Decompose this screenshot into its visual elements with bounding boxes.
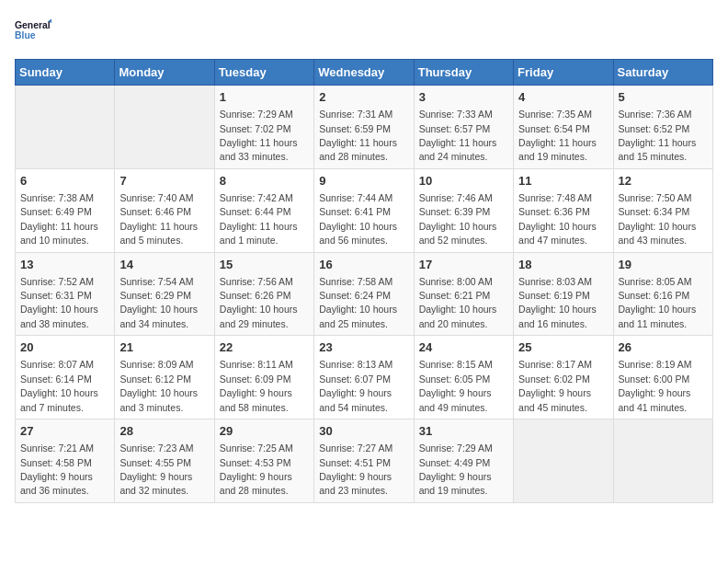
day-detail: Sunrise: 8:09 AM Sunset: 6:12 PM Dayligh…: [119, 359, 198, 412]
day-number: 26: [619, 339, 708, 356]
day-number: 16: [319, 257, 408, 273]
week-row-5: 27Sunrise: 7:21 AM Sunset: 4:58 PM Dayli…: [16, 419, 713, 503]
day-number: 8: [220, 173, 309, 190]
day-cell: 18Sunrise: 8:03 AM Sunset: 6:19 PM Dayli…: [514, 252, 613, 336]
day-cell: 23Sunrise: 8:13 AM Sunset: 6:07 PM Dayli…: [314, 336, 414, 419]
day-number: 12: [619, 173, 708, 190]
header-cell-monday: Monday: [115, 60, 214, 86]
day-detail: Sunrise: 7:31 AM Sunset: 6:59 PM Dayligh…: [319, 109, 397, 162]
day-cell: 5Sunrise: 7:36 AM Sunset: 6:52 PM Daylig…: [613, 86, 712, 169]
day-number: 31: [419, 423, 508, 440]
day-detail: Sunrise: 7:50 AM Sunset: 6:34 PM Dayligh…: [619, 192, 697, 246]
day-number: 30: [319, 423, 408, 440]
day-cell: 7Sunrise: 7:40 AM Sunset: 6:46 PM Daylig…: [115, 168, 214, 252]
day-detail: Sunrise: 7:38 AM Sunset: 6:49 PM Dayligh…: [20, 192, 98, 246]
day-number: 7: [119, 173, 209, 190]
week-row-3: 13Sunrise: 7:52 AM Sunset: 6:31 PM Dayli…: [16, 252, 713, 336]
header-cell-thursday: Thursday: [414, 60, 513, 86]
day-cell: 30Sunrise: 7:27 AM Sunset: 4:51 PM Dayli…: [314, 419, 414, 503]
day-cell: 25Sunrise: 8:17 AM Sunset: 6:02 PM Dayli…: [514, 336, 613, 419]
day-detail: Sunrise: 7:48 AM Sunset: 6:36 PM Dayligh…: [518, 192, 597, 246]
day-detail: Sunrise: 7:40 AM Sunset: 6:46 PM Dayligh…: [119, 192, 198, 246]
day-detail: Sunrise: 7:56 AM Sunset: 6:26 PM Dayligh…: [220, 276, 298, 329]
day-cell: 15Sunrise: 7:56 AM Sunset: 6:26 PM Dayli…: [214, 252, 313, 336]
logo-bird-icon: General Blue: [15, 15, 51, 48]
svg-text:General: General: [15, 20, 51, 30]
day-cell: 28Sunrise: 7:23 AM Sunset: 4:55 PM Dayli…: [115, 419, 214, 503]
day-cell: 21Sunrise: 8:09 AM Sunset: 6:12 PM Dayli…: [115, 336, 214, 419]
week-row-2: 6Sunrise: 7:38 AM Sunset: 6:49 PM Daylig…: [16, 168, 713, 252]
day-cell: 22Sunrise: 8:11 AM Sunset: 6:09 PM Dayli…: [214, 336, 313, 419]
day-cell: 4Sunrise: 7:35 AM Sunset: 6:54 PM Daylig…: [514, 86, 613, 169]
day-number: 24: [419, 339, 508, 356]
day-detail: Sunrise: 7:23 AM Sunset: 4:55 PM Dayligh…: [119, 442, 193, 496]
day-cell: 24Sunrise: 8:15 AM Sunset: 6:05 PM Dayli…: [414, 336, 513, 419]
header-cell-friday: Friday: [514, 60, 613, 86]
calendar-body: 1Sunrise: 7:29 AM Sunset: 7:02 PM Daylig…: [16, 86, 713, 503]
day-cell: 19Sunrise: 8:05 AM Sunset: 6:16 PM Dayli…: [613, 252, 712, 336]
day-detail: Sunrise: 8:00 AM Sunset: 6:21 PM Dayligh…: [419, 276, 497, 329]
day-number: 4: [518, 89, 608, 106]
page-header: General Blue: [15, 15, 713, 48]
week-row-4: 20Sunrise: 8:07 AM Sunset: 6:14 PM Dayli…: [16, 336, 713, 419]
day-detail: Sunrise: 7:58 AM Sunset: 6:24 PM Dayligh…: [319, 276, 397, 329]
day-cell: 1Sunrise: 7:29 AM Sunset: 7:02 PM Daylig…: [214, 86, 313, 169]
day-number: 15: [220, 257, 309, 273]
day-number: 14: [119, 257, 209, 273]
day-cell: 13Sunrise: 7:52 AM Sunset: 6:31 PM Dayli…: [16, 252, 115, 336]
day-cell: 20Sunrise: 8:07 AM Sunset: 6:14 PM Dayli…: [16, 336, 115, 419]
day-number: 6: [20, 173, 109, 190]
day-cell: 27Sunrise: 7:21 AM Sunset: 4:58 PM Dayli…: [16, 419, 115, 503]
day-detail: Sunrise: 7:52 AM Sunset: 6:31 PM Dayligh…: [20, 276, 98, 329]
day-number: 11: [518, 173, 608, 190]
day-cell: [16, 86, 115, 169]
day-cell: 6Sunrise: 7:38 AM Sunset: 6:49 PM Daylig…: [16, 168, 115, 252]
day-detail: Sunrise: 7:42 AM Sunset: 6:44 PM Dayligh…: [220, 192, 298, 246]
day-cell: 26Sunrise: 8:19 AM Sunset: 6:00 PM Dayli…: [613, 336, 712, 419]
day-cell: 11Sunrise: 7:48 AM Sunset: 6:36 PM Dayli…: [514, 168, 613, 252]
calendar-table: SundayMondayTuesdayWednesdayThursdayFrid…: [15, 59, 713, 503]
day-number: 28: [119, 423, 209, 440]
day-detail: Sunrise: 8:11 AM Sunset: 6:09 PM Dayligh…: [220, 359, 293, 412]
day-number: 18: [518, 257, 608, 273]
day-number: 13: [20, 257, 109, 273]
day-cell: 14Sunrise: 7:54 AM Sunset: 6:29 PM Dayli…: [115, 252, 214, 336]
day-detail: Sunrise: 7:44 AM Sunset: 6:41 PM Dayligh…: [319, 192, 397, 246]
day-number: 22: [220, 339, 309, 356]
header-row: SundayMondayTuesdayWednesdayThursdayFrid…: [16, 60, 713, 86]
day-detail: Sunrise: 7:33 AM Sunset: 6:57 PM Dayligh…: [419, 109, 497, 162]
day-detail: Sunrise: 7:36 AM Sunset: 6:52 PM Dayligh…: [619, 109, 697, 162]
day-cell: [613, 419, 712, 503]
day-number: 17: [419, 257, 508, 273]
week-row-1: 1Sunrise: 7:29 AM Sunset: 7:02 PM Daylig…: [16, 86, 713, 169]
day-cell: 8Sunrise: 7:42 AM Sunset: 6:44 PM Daylig…: [214, 168, 313, 252]
header-cell-tuesday: Tuesday: [214, 60, 313, 86]
day-cell: 12Sunrise: 7:50 AM Sunset: 6:34 PM Dayli…: [613, 168, 712, 252]
day-cell: 17Sunrise: 8:00 AM Sunset: 6:21 PM Dayli…: [414, 252, 513, 336]
day-detail: Sunrise: 7:25 AM Sunset: 4:53 PM Dayligh…: [220, 442, 293, 496]
calendar-header: SundayMondayTuesdayWednesdayThursdayFrid…: [16, 60, 713, 86]
day-number: 25: [518, 339, 608, 356]
day-detail: Sunrise: 7:27 AM Sunset: 4:51 PM Dayligh…: [319, 442, 392, 496]
logo: General Blue: [15, 15, 51, 48]
day-number: 19: [619, 257, 708, 273]
day-cell: [514, 419, 613, 503]
day-cell: 9Sunrise: 7:44 AM Sunset: 6:41 PM Daylig…: [314, 168, 414, 252]
header-cell-wednesday: Wednesday: [314, 60, 414, 86]
day-cell: 29Sunrise: 7:25 AM Sunset: 4:53 PM Dayli…: [214, 419, 313, 503]
day-detail: Sunrise: 8:17 AM Sunset: 6:02 PM Dayligh…: [518, 359, 592, 412]
day-detail: Sunrise: 8:07 AM Sunset: 6:14 PM Dayligh…: [20, 359, 98, 412]
day-cell: 31Sunrise: 7:29 AM Sunset: 4:49 PM Dayli…: [414, 419, 513, 503]
header-cell-saturday: Saturday: [613, 60, 712, 86]
day-number: 2: [319, 89, 408, 106]
day-detail: Sunrise: 7:35 AM Sunset: 6:54 PM Dayligh…: [518, 109, 597, 162]
day-detail: Sunrise: 7:54 AM Sunset: 6:29 PM Dayligh…: [119, 276, 198, 329]
day-detail: Sunrise: 8:05 AM Sunset: 6:16 PM Dayligh…: [619, 276, 697, 329]
day-cell: 10Sunrise: 7:46 AM Sunset: 6:39 PM Dayli…: [414, 168, 513, 252]
svg-text:Blue: Blue: [15, 30, 36, 40]
day-detail: Sunrise: 8:15 AM Sunset: 6:05 PM Dayligh…: [419, 359, 493, 412]
day-number: 5: [619, 89, 708, 106]
day-cell: 16Sunrise: 7:58 AM Sunset: 6:24 PM Dayli…: [314, 252, 414, 336]
header-cell-sunday: Sunday: [16, 60, 115, 86]
day-number: 9: [319, 173, 408, 190]
